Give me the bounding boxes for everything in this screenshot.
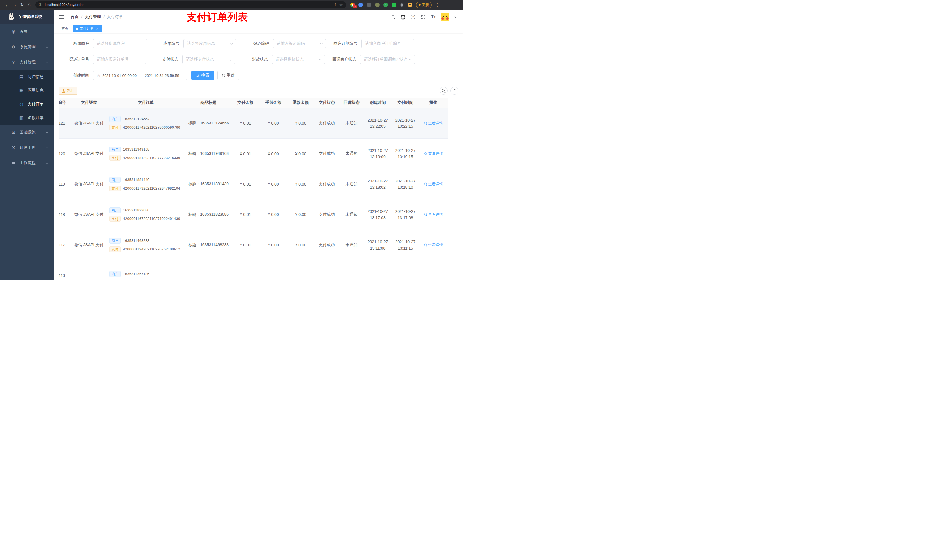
browser-menu-icon[interactable] [436,2,439,8]
avatar-dropdown-caret-icon[interactable] [454,15,457,18]
sidebar-item-pay-order[interactable]: ◎ 支付订单 [0,97,54,111]
view-detail-link[interactable]: 查看详情 [424,242,443,248]
tab-home[interactable]: 首页 [59,25,71,32]
cell-fee-amount: ¥ 0.00 [260,169,287,199]
view-detail-link[interactable]: 查看详情 [424,121,443,126]
pay-tag: 支付 [109,155,121,161]
view-detail-link[interactable]: 查看详情 [424,181,443,187]
cell-id: 120 [59,138,72,169]
chevron-icon [46,162,48,164]
notify-status-select[interactable]: 请选择订单回调商户状态 [360,55,415,64]
pay-status-select[interactable]: 请选择支付状态 [182,55,235,64]
question-icon [411,15,415,20]
select-caret-icon [319,57,322,60]
reload-icon[interactable] [18,1,26,9]
cell-pay-time: 2021-10-2713:19:15 [392,138,419,169]
view-detail-link[interactable]: 查看详情 [424,151,443,156]
font-size-icon[interactable] [431,15,436,20]
search-label: 搜索 [201,73,209,78]
sidebar-item-workflow[interactable]: ≣ 工作流程 [0,155,54,171]
app-logo[interactable]: 芋道管理系统 [0,10,54,24]
channel-order-no-input[interactable]: 请输入渠道订单号 [93,55,146,64]
merchant-order-no: 1635312124657 [123,117,150,121]
dashboard-icon: ◉ [11,29,16,34]
extension-icon[interactable] [383,3,388,7]
address-bar[interactable]: localhost:1024/pay/order [35,2,346,8]
header-search-button[interactable] [392,15,395,19]
url-text[interactable]: localhost:1024/pay/order [45,3,331,7]
cell-title: 标题：1635312124656 [186,108,231,138]
toggle-search-button[interactable] [440,87,448,95]
search-icon [424,122,427,124]
tab-label: 首页 [62,26,68,31]
rabbit-logo-icon [8,13,15,21]
refresh-icon [222,74,225,77]
close-icon[interactable] [95,26,99,31]
site-info-icon[interactable] [39,2,42,8]
export-label: 导出 [67,89,74,93]
cell-id: 119 [59,169,72,199]
tab-pay-order[interactable]: 支付订单 [73,25,102,32]
main-content: 所属商户 请选择所属商户 应用编号 请选择应用信息 渠道编码 请输入渠道编码 商… [54,33,463,280]
merchant-select[interactable]: 请选择所属商户 [93,39,147,48]
merchant-card-icon: ▤ [19,74,24,79]
field-label: 商户订单编号 [326,41,357,46]
back-icon[interactable] [3,1,11,9]
extension-icon[interactable]: 10 [350,3,355,7]
create-time-range-picker[interactable]: 2021-10-01 00:00:00 - 2021-10-31 23:59:5… [93,71,187,80]
cell-pay-time: 2021-10-2713:11:15 [392,229,419,260]
cell-create-time [364,260,392,280]
view-detail-link[interactable]: 查看详情 [424,212,443,217]
refund-status-select[interactable]: 请选择退款状态 [272,55,325,64]
sidebar-item-system[interactable]: ⚙ 系统管理 [0,39,54,54]
github-link[interactable] [401,15,406,20]
sidebar-item-infrastructure[interactable]: ⊡ 基础设施 [0,125,54,140]
forward-icon[interactable] [11,1,18,9]
extension-icon[interactable] [392,3,396,7]
refund-doc-icon: ▥ [19,115,24,120]
sidebar-toggle-icon[interactable] [59,15,64,19]
fullscreen-button[interactable] [421,15,425,20]
profile-avatar-icon[interactable] [408,3,412,7]
extension-icon[interactable] [367,3,371,7]
table-row: 118 微信 JSAPI 支付 商户 1635311823086 支付 4200… [59,199,448,229]
col-channel: 支付渠道 [72,98,106,108]
browser-update-button[interactable]: 更新 [416,2,432,8]
refresh-table-button[interactable] [451,87,458,95]
app-select[interactable]: 请选择应用信息 [183,39,236,48]
extension-icon[interactable] [359,3,363,7]
view-detail-label: 查看详情 [428,242,443,248]
cell-pay-time [392,260,419,280]
view-detail-label: 查看详情 [428,121,443,126]
sidebar-item-merchant-info[interactable]: ▤ 商户信息 [0,70,54,84]
cell-create-time: 2021-10-2713:11:08 [364,229,392,260]
bookmark-star-icon[interactable] [339,3,343,7]
sidebar-item-app-info[interactable]: ▦ 应用信息 [0,84,54,97]
home-icon[interactable] [26,1,33,9]
help-button[interactable] [411,15,415,20]
breadcrumb-pay-manage[interactable]: 支付管理 [85,15,101,20]
extensions-puzzle-icon[interactable] [400,3,404,7]
channel-code-select[interactable]: 请输入渠道编码 [273,39,326,48]
user-avatar[interactable] [441,13,449,21]
date-start-value[interactable]: 2021-10-01 00:00:00 [102,73,137,78]
share-icon[interactable] [334,3,337,7]
sidebar-item-refund-order[interactable]: ▥ 退款订单 [0,111,54,125]
extension-icon[interactable] [375,3,380,7]
col-fee-amount: 手续金额 [260,98,287,108]
export-button[interactable]: 导出 [59,87,77,95]
breadcrumb-home[interactable]: 首页 [71,15,79,20]
sidebar-item-payment[interactable]: ¥ 支付管理 [0,54,54,70]
extensions-area: 10 更新 [350,2,439,8]
cell-notify-status: 未通知 [339,169,364,199]
search-button[interactable]: 搜索 [191,71,214,80]
menu-label: 支付订单 [27,101,44,107]
sidebar-item-dev-tools[interactable]: ⚒ 研发工具 [0,140,54,155]
cell-actions: 查看详情 [419,229,448,260]
field-label: 应用编号 [147,41,179,46]
merchant-order-no-input[interactable]: 请输入商户订单编号 [362,39,414,48]
cell-notify-status: 未通知 [339,108,364,138]
reset-button[interactable]: 重置 [217,71,239,80]
sidebar-item-home[interactable]: ◉ 首页 [0,24,54,39]
date-end-value[interactable]: 2021-10-31 23:59:59 [145,73,179,78]
